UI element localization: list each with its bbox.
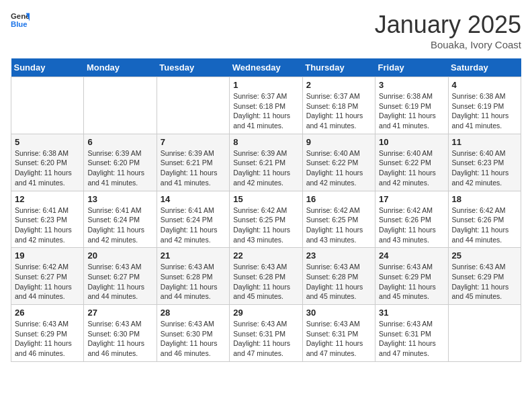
day-number: 7 (161, 137, 226, 147)
calendar-cell: 29Sunrise: 6:43 AMSunset: 6:31 PMDayligh… (230, 305, 302, 362)
day-number: 6 (87, 137, 152, 147)
day-info: Sunrise: 6:37 AMSunset: 6:18 PMDaylight:… (233, 91, 298, 131)
day-info: Sunrise: 6:42 AMSunset: 6:25 PMDaylight:… (306, 205, 371, 245)
calendar-cell: 24Sunrise: 6:43 AMSunset: 6:29 PMDayligh… (375, 248, 448, 305)
day-info: Sunrise: 6:42 AMSunset: 6:26 PMDaylight:… (452, 205, 517, 245)
calendar-cell: 16Sunrise: 6:42 AMSunset: 6:25 PMDayligh… (302, 191, 375, 248)
calendar-cell: 31Sunrise: 6:43 AMSunset: 6:31 PMDayligh… (375, 305, 448, 362)
calendar-week-2: 5Sunrise: 6:38 AMSunset: 6:20 PMDaylight… (11, 134, 521, 191)
calendar-body: 1Sunrise: 6:37 AMSunset: 6:18 PMDaylight… (11, 77, 521, 362)
day-info: Sunrise: 6:43 AMSunset: 6:27 PMDaylight:… (87, 262, 152, 302)
calendar-cell: 30Sunrise: 6:43 AMSunset: 6:31 PMDayligh… (302, 305, 375, 362)
day-info: Sunrise: 6:40 AMSunset: 6:23 PMDaylight:… (452, 148, 517, 188)
day-info: Sunrise: 6:42 AMSunset: 6:26 PMDaylight:… (379, 205, 444, 245)
calendar-cell: 13Sunrise: 6:41 AMSunset: 6:24 PMDayligh… (84, 191, 157, 248)
day-number: 5 (15, 137, 80, 147)
calendar-cell: 10Sunrise: 6:40 AMSunset: 6:22 PMDayligh… (375, 134, 448, 191)
day-info: Sunrise: 6:38 AMSunset: 6:19 PMDaylight:… (452, 91, 517, 131)
day-info: Sunrise: 6:43 AMSunset: 6:29 PMDaylight:… (379, 262, 444, 302)
day-info: Sunrise: 6:42 AMSunset: 6:27 PMDaylight:… (15, 262, 80, 302)
calendar-table: SundayMondayTuesdayWednesdayThursdayFrid… (11, 58, 521, 362)
day-number: 25 (452, 250, 517, 261)
day-number: 1 (233, 80, 298, 90)
calendar-cell (11, 77, 84, 134)
calendar-week-1: 1Sunrise: 6:37 AMSunset: 6:18 PMDaylight… (11, 77, 521, 134)
day-info: Sunrise: 6:42 AMSunset: 6:25 PMDaylight:… (233, 205, 298, 245)
calendar-cell (157, 77, 229, 134)
calendar-cell: 20Sunrise: 6:43 AMSunset: 6:27 PMDayligh… (84, 248, 157, 305)
day-number: 23 (306, 250, 371, 261)
day-info: Sunrise: 6:39 AMSunset: 6:21 PMDaylight:… (233, 148, 298, 188)
month-title: January 2025 (375, 11, 521, 39)
day-number: 21 (161, 250, 226, 261)
weekday-header-monday: Monday (84, 58, 157, 77)
calendar-cell: 1Sunrise: 6:37 AMSunset: 6:18 PMDaylight… (230, 77, 302, 134)
day-info: Sunrise: 6:38 AMSunset: 6:20 PMDaylight:… (15, 148, 80, 188)
day-info: Sunrise: 6:43 AMSunset: 6:31 PMDaylight:… (233, 319, 298, 359)
calendar-cell: 4Sunrise: 6:38 AMSunset: 6:19 PMDaylight… (448, 77, 521, 134)
day-info: Sunrise: 6:38 AMSunset: 6:19 PMDaylight:… (379, 91, 444, 131)
day-number: 13 (87, 194, 152, 204)
calendar-cell: 5Sunrise: 6:38 AMSunset: 6:20 PMDaylight… (11, 134, 84, 191)
day-info: Sunrise: 6:43 AMSunset: 6:29 PMDaylight:… (15, 319, 80, 359)
day-number: 31 (379, 308, 444, 318)
day-number: 29 (233, 308, 298, 318)
day-info: Sunrise: 6:39 AMSunset: 6:21 PMDaylight:… (161, 148, 226, 188)
day-info: Sunrise: 6:41 AMSunset: 6:24 PMDaylight:… (87, 205, 152, 245)
day-number: 24 (379, 250, 444, 261)
svg-text:Blue: Blue (11, 20, 28, 28)
day-number: 26 (15, 308, 80, 318)
day-info: Sunrise: 6:40 AMSunset: 6:22 PMDaylight:… (379, 148, 444, 188)
day-number: 18 (452, 194, 517, 204)
day-number: 20 (87, 250, 152, 261)
day-info: Sunrise: 6:39 AMSunset: 6:20 PMDaylight:… (87, 148, 152, 188)
day-number: 22 (233, 250, 298, 261)
day-number: 4 (452, 80, 517, 90)
calendar-cell: 9Sunrise: 6:40 AMSunset: 6:22 PMDaylight… (302, 134, 375, 191)
day-number: 8 (233, 137, 298, 147)
weekday-header-tuesday: Tuesday (157, 58, 229, 77)
day-number: 28 (161, 308, 226, 318)
calendar-cell: 2Sunrise: 6:37 AMSunset: 6:18 PMDaylight… (302, 77, 375, 134)
calendar-cell: 19Sunrise: 6:42 AMSunset: 6:27 PMDayligh… (11, 248, 84, 305)
calendar-cell: 27Sunrise: 6:43 AMSunset: 6:30 PMDayligh… (84, 305, 157, 362)
title-block: January 2025 Bouaka, Ivory Coast (375, 11, 521, 50)
day-info: Sunrise: 6:43 AMSunset: 6:30 PMDaylight:… (161, 319, 226, 359)
day-number: 19 (15, 250, 80, 261)
day-number: 17 (379, 194, 444, 204)
logo-icon: General Blue (11, 11, 30, 30)
calendar-cell: 12Sunrise: 6:41 AMSunset: 6:23 PMDayligh… (11, 191, 84, 248)
calendar-cell: 17Sunrise: 6:42 AMSunset: 6:26 PMDayligh… (375, 191, 448, 248)
calendar-cell: 23Sunrise: 6:43 AMSunset: 6:28 PMDayligh… (302, 248, 375, 305)
day-number: 14 (161, 194, 226, 204)
day-number: 30 (306, 308, 371, 318)
calendar-cell: 25Sunrise: 6:43 AMSunset: 6:29 PMDayligh… (448, 248, 521, 305)
day-number: 12 (15, 194, 80, 204)
calendar-week-5: 26Sunrise: 6:43 AMSunset: 6:29 PMDayligh… (11, 305, 521, 362)
weekday-header-wednesday: Wednesday (230, 58, 302, 77)
calendar-cell: 15Sunrise: 6:42 AMSunset: 6:25 PMDayligh… (230, 191, 302, 248)
day-info: Sunrise: 6:41 AMSunset: 6:24 PMDaylight:… (161, 205, 226, 245)
calendar-week-4: 19Sunrise: 6:42 AMSunset: 6:27 PMDayligh… (11, 248, 521, 305)
calendar-cell: 21Sunrise: 6:43 AMSunset: 6:28 PMDayligh… (157, 248, 229, 305)
weekday-header-row: SundayMondayTuesdayWednesdayThursdayFrid… (11, 58, 521, 77)
day-info: Sunrise: 6:41 AMSunset: 6:23 PMDaylight:… (15, 205, 80, 245)
day-number: 11 (452, 137, 517, 147)
day-number: 2 (306, 80, 371, 90)
day-info: Sunrise: 6:43 AMSunset: 6:31 PMDaylight:… (306, 319, 371, 359)
day-info: Sunrise: 6:43 AMSunset: 6:30 PMDaylight:… (87, 319, 152, 359)
logo: General Blue (11, 11, 30, 30)
weekday-header-friday: Friday (375, 58, 448, 77)
day-number: 15 (233, 194, 298, 204)
day-info: Sunrise: 6:40 AMSunset: 6:22 PMDaylight:… (306, 148, 371, 188)
calendar-cell: 8Sunrise: 6:39 AMSunset: 6:21 PMDaylight… (230, 134, 302, 191)
calendar-cell: 26Sunrise: 6:43 AMSunset: 6:29 PMDayligh… (11, 305, 84, 362)
day-number: 27 (87, 308, 152, 318)
day-info: Sunrise: 6:43 AMSunset: 6:28 PMDaylight:… (161, 262, 226, 302)
weekday-header-saturday: Saturday (448, 58, 521, 77)
calendar-cell: 11Sunrise: 6:40 AMSunset: 6:23 PMDayligh… (448, 134, 521, 191)
calendar-cell: 7Sunrise: 6:39 AMSunset: 6:21 PMDaylight… (157, 134, 229, 191)
page-header: General Blue January 2025 Bouaka, Ivory … (11, 11, 521, 50)
calendar-cell: 18Sunrise: 6:42 AMSunset: 6:26 PMDayligh… (448, 191, 521, 248)
weekday-header-thursday: Thursday (302, 58, 375, 77)
